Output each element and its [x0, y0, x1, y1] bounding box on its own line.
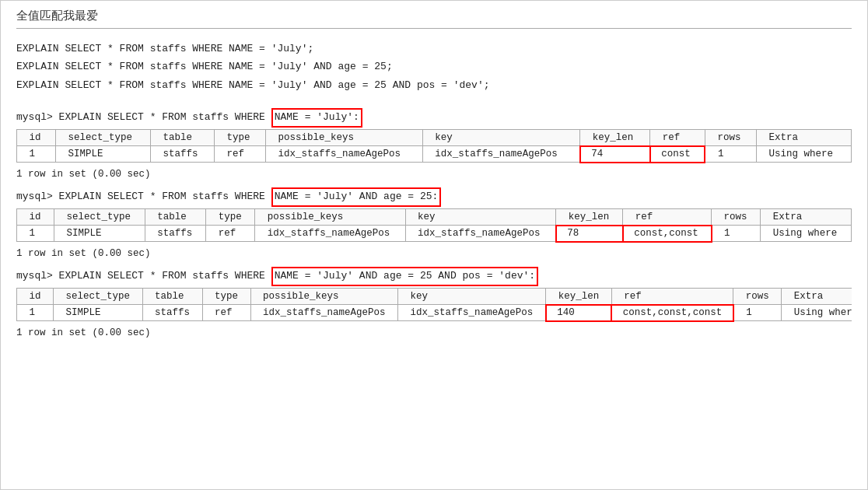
col-type-1: type	[214, 129, 265, 146]
row-info-3: 1 row in set (0.00 sec)	[16, 327, 852, 338]
row-info-1: 1 row in set (0.00 sec)	[16, 169, 852, 180]
cell-type-3-1: ref	[202, 305, 250, 321]
table-wrapper-3: id select_type table type possible_keys …	[16, 288, 852, 325]
top-queries: EXPLAIN SELECT * FROM staffs WHERE NAME …	[16, 40, 852, 94]
query-highlight-2: NAME = 'July' AND age = 25:	[271, 187, 442, 207]
col-extra-1: Extra	[756, 129, 851, 146]
col-key-len-2: key_len	[556, 208, 623, 226]
section-2: mysql> EXPLAIN SELECT * FROM staffs WHER…	[16, 187, 852, 259]
table-wrapper-1: id select_type table type possible_keys …	[16, 129, 852, 166]
table-header-row-1: id select_type table type possible_keys …	[17, 129, 852, 146]
cell-type-1-1: ref	[214, 146, 265, 163]
col-key-len-3: key_len	[546, 288, 612, 305]
cell-extra-3-1: Using where	[782, 305, 852, 321]
cell-rows-2-1: 1	[712, 226, 761, 242]
table-header-row-3: id select_type table type possible_keys …	[17, 288, 852, 305]
cell-rows-1-1: 1	[705, 146, 756, 163]
col-type-3: type	[202, 288, 250, 305]
top-query-3: EXPLAIN SELECT * FROM staffs WHERE NAME …	[16, 76, 852, 94]
col-ref-1: ref	[650, 129, 705, 146]
col-id-1: id	[17, 129, 56, 146]
cell-ref-3-1: const,const,const	[611, 305, 733, 321]
col-ref-3: ref	[611, 288, 733, 305]
cell-possible-keys-2-1: idx_staffs_nameAgePos	[255, 226, 405, 242]
cell-key-len-3-1: 140	[546, 305, 612, 321]
table-row-3-1: 1 SIMPLE staffs ref idx_staffs_nameAgePo…	[17, 305, 852, 321]
cell-id-3-1: 1	[17, 305, 54, 321]
page-title: 全值匹配我最爱	[16, 9, 852, 29]
cell-extra-1-1: Using where	[756, 146, 851, 163]
result-table-2: id select_type table type possible_keys …	[16, 208, 852, 243]
table-row-2-1: 1 SIMPLE staffs ref idx_staffs_nameAgePo…	[17, 226, 852, 242]
cell-table-3-1: staffs	[142, 305, 202, 321]
col-key-3: key	[398, 288, 546, 305]
query-highlight-1: NAME = 'July':	[271, 108, 362, 128]
table-row-1-1: 1 SIMPLE staffs ref idx_staffs_nameAgePo…	[17, 146, 852, 163]
cell-select-type-3-1: SIMPLE	[54, 305, 143, 321]
top-query-1: EXPLAIN SELECT * FROM staffs WHERE NAME …	[16, 40, 852, 58]
cell-key-len-2-1: 78	[556, 226, 623, 242]
cell-ref-2-1: const,const	[623, 226, 712, 242]
query-prefix-3: mysql> EXPLAIN SELECT * FROM staffs WHER…	[16, 268, 271, 285]
cell-type-2-1: ref	[206, 226, 255, 242]
query-line-1: mysql> EXPLAIN SELECT * FROM staffs WHER…	[16, 108, 852, 128]
cell-key-2-1: idx_staffs_nameAgePos	[405, 226, 556, 242]
col-select-type-1: select_type	[56, 129, 151, 146]
col-key-2: key	[405, 208, 556, 226]
table-header-row-2: id select_type table type possible_keys …	[17, 208, 852, 226]
col-id-3: id	[17, 288, 54, 305]
col-type-2: type	[206, 208, 255, 226]
col-extra-2: Extra	[761, 208, 852, 226]
section-1: mysql> EXPLAIN SELECT * FROM staffs WHER…	[16, 108, 852, 180]
col-rows-3: rows	[733, 288, 782, 305]
cell-ref-1-1: const	[650, 146, 705, 163]
cell-possible-keys-3-1: idx_staffs_nameAgePos	[250, 305, 398, 321]
col-id-2: id	[17, 208, 54, 226]
cell-key-len-1-1: 74	[580, 146, 650, 163]
col-rows-1: rows	[705, 129, 756, 146]
cell-id-1-1: 1	[17, 146, 56, 163]
section-3: mysql> EXPLAIN SELECT * FROM staffs WHER…	[16, 267, 852, 338]
top-query-2: EXPLAIN SELECT * FROM staffs WHERE NAME …	[16, 58, 852, 75]
col-ref-2: ref	[623, 208, 712, 226]
cell-possible-keys-1-1: idx_staffs_nameAgePos	[266, 146, 423, 163]
query-prefix-1: mysql> EXPLAIN SELECT * FROM staffs WHER…	[16, 110, 271, 126]
page-container: 全值匹配我最爱 EXPLAIN SELECT * FROM staffs WHE…	[0, 0, 868, 490]
cell-extra-2-1: Using where	[761, 226, 852, 242]
query-line-2: mysql> EXPLAIN SELECT * FROM staffs WHER…	[16, 187, 852, 207]
col-table-2: table	[145, 208, 205, 226]
col-extra-3: Extra	[782, 288, 852, 305]
col-select-type-3: select_type	[54, 288, 143, 305]
cell-select-type-2-1: SIMPLE	[54, 226, 145, 242]
col-key-1: key	[422, 129, 579, 146]
col-rows-2: rows	[712, 208, 761, 226]
query-prefix-2: mysql> EXPLAIN SELECT * FROM staffs WHER…	[16, 189, 271, 205]
result-table-1: id select_type table type possible_keys …	[16, 129, 852, 163]
cell-key-1-1: idx_staffs_nameAgePos	[422, 146, 579, 163]
col-key-len-1: key_len	[580, 129, 650, 146]
col-select-type-2: select_type	[54, 208, 145, 226]
query-highlight-3: NAME = 'July' AND age = 25 AND pos = 'de…	[271, 267, 538, 286]
row-info-2: 1 row in set (0.00 sec)	[16, 248, 852, 259]
col-possible-keys-3: possible_keys	[250, 288, 398, 305]
cell-table-1-1: staffs	[150, 146, 214, 163]
cell-table-2-1: staffs	[145, 226, 205, 242]
col-table-1: table	[150, 129, 214, 146]
cell-select-type-1-1: SIMPLE	[56, 146, 151, 163]
cell-rows-3-1: 1	[733, 305, 782, 321]
cell-id-2-1: 1	[17, 226, 54, 242]
col-possible-keys-2: possible_keys	[255, 208, 405, 226]
table-wrapper-2: id select_type table type possible_keys …	[16, 208, 852, 246]
cell-key-3-1: idx_staffs_nameAgePos	[398, 305, 546, 321]
query-line-3: mysql> EXPLAIN SELECT * FROM staffs WHER…	[16, 267, 852, 286]
result-table-3: id select_type table type possible_keys …	[16, 288, 852, 322]
col-possible-keys-1: possible_keys	[266, 129, 423, 146]
col-table-3: table	[142, 288, 202, 305]
